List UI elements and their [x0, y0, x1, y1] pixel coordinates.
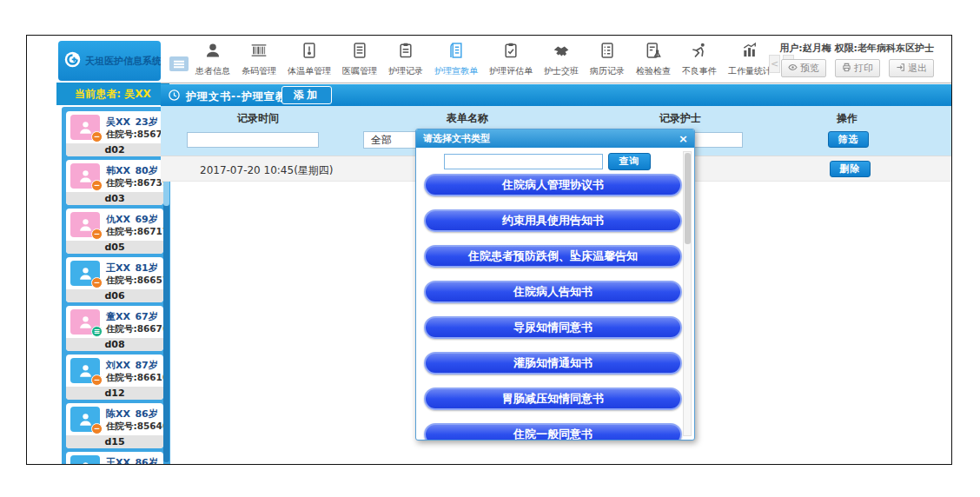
toolbar-item-label: 条码管理 — [242, 65, 276, 77]
header-button[interactable]: 预览 — [781, 59, 826, 77]
page-title: 护理文书--护理宣教 — [186, 89, 287, 104]
patient-admission-number: 住院号:866764 — [106, 323, 163, 335]
patient-admission-number: 住院号:867171 — [106, 226, 163, 238]
toolbar-item-label: 护理记录 — [388, 65, 423, 77]
patient-room: d03 — [66, 192, 163, 205]
clipboard-icon — [397, 42, 414, 63]
thermometer-doc-icon — [301, 42, 318, 63]
toolbar-item-label: 护理评估单 — [489, 65, 533, 77]
orders-doc-icon — [351, 42, 368, 63]
patient-name-age: 陈XX 86岁 — [106, 408, 158, 421]
toolbar-item-label: 护理宣教单 — [434, 65, 478, 77]
patient-admission-number: 住院号:856402 — [106, 421, 163, 433]
column-record-time: 记录时间 — [237, 111, 279, 126]
add-button[interactable]: 添加 — [281, 86, 332, 104]
toolbar-item-4[interactable]: 医嘱管理 — [341, 39, 379, 80]
header-button[interactable]: 打印 — [835, 59, 880, 77]
top-toolbar: 患者信息条码管理体温单管理医嘱管理护理记录护理宣教单护理评估单护士交班病历记录检… — [161, 36, 951, 83]
document-type-option-1[interactable]: 住院病人管理协议书 — [424, 174, 682, 196]
user-info: 用户:赵月梅 权限:老年病科东区护士 — [779, 42, 934, 55]
toolbar-item-label: 体温单管理 — [288, 65, 331, 77]
document-type-option-6[interactable]: 灌肠知情通知书 — [424, 352, 682, 374]
lab-test-icon — [645, 42, 662, 63]
app-title: 天坦医护信息系统 — [85, 55, 162, 68]
patient-card-5[interactable]: ≡童XX 67岁住院号:866764d08 — [66, 306, 163, 351]
select-document-type-dialog: 请选择文书类型 × 查询 住院病人管理协议书约束用具使用告知书住院患者预防跌倒、… — [415, 129, 695, 441]
record-time-filter-input[interactable] — [187, 132, 319, 148]
toolbar-item-5[interactable]: 护理记录 — [387, 39, 425, 80]
query-button[interactable]: 查询 — [608, 153, 651, 170]
patient-card-6[interactable]: −刘XX 87岁住院号:866101d12 — [66, 355, 163, 400]
filter-button[interactable]: 筛选 — [828, 131, 869, 148]
patient-card-7[interactable]: −陈XX 86岁住院号:856402d15 — [66, 403, 163, 448]
pager-prev-button[interactable]: < — [769, 55, 780, 73]
patient-card-2[interactable]: −韩XX 80岁住院号:867391d03 — [66, 160, 163, 205]
document-type-option-4[interactable]: 住院病人告知书 — [424, 281, 682, 303]
app-logo: 天坦医护信息系统 — [58, 41, 161, 81]
eye-icon — [788, 63, 798, 75]
header-button-label: 预览 — [800, 62, 819, 75]
patient-name-age: 吴XX 23岁 — [106, 116, 158, 129]
document-type-option-3[interactable]: 住院患者预防跌倒、坠床温馨告知 — [424, 245, 682, 268]
toolbar-item-9[interactable]: 病历记录 — [588, 39, 626, 80]
dialog-scrollbar-thumb[interactable] — [685, 153, 691, 244]
logo-icon — [64, 51, 81, 71]
toolbar-item-label: 工作量统计 — [728, 65, 771, 77]
patient-room: d05 — [66, 241, 163, 254]
document-type-option-5[interactable]: 导尿知情同意书 — [424, 316, 682, 339]
document-type-option-8[interactable]: 住院一般同意书 — [424, 423, 682, 441]
toolbar-item-3[interactable]: 体温单管理 — [286, 39, 333, 80]
column-record-nurse: 记录护士 — [659, 111, 701, 126]
minus-badge-icon: − — [91, 277, 103, 288]
close-icon[interactable]: × — [679, 131, 688, 146]
toolbar-item-1[interactable]: 患者信息 — [194, 39, 232, 80]
toolbar-item-12[interactable]: 工作量统计 — [726, 39, 773, 80]
toolbar-item-8[interactable]: 护士交班 — [542, 39, 580, 80]
toolbar-item-6[interactable]: 护理宣教单 — [433, 39, 480, 80]
minus-badge-icon: − — [91, 131, 103, 142]
assessment-icon — [502, 42, 520, 63]
toolbar-item-10[interactable]: 检验检查 — [634, 39, 672, 80]
history-icon — [168, 89, 181, 102]
statistics-icon — [741, 42, 758, 63]
user-area: 用户:赵月梅 权限:老年病科东区护士 预览打印退出 — [779, 42, 934, 77]
list-badge-icon: ≡ — [91, 326, 103, 337]
patient-card-1[interactable]: −吴XX 23岁住院号:856784d02 — [66, 111, 163, 156]
patient-admission-number: 住院号:867391 — [106, 177, 163, 189]
document-type-option-2[interactable]: 约束用具使用告知书 — [424, 209, 682, 232]
column-form-name: 表单名称 — [447, 111, 488, 126]
toolbar-item-label: 医嘱管理 — [342, 65, 377, 77]
patient-name-age: 韩XX 80岁 — [106, 164, 158, 177]
toolbar-item-11[interactable]: 不良事件 — [680, 39, 718, 80]
document-type-option-7[interactable]: 胃肠减压知情同意书 — [424, 388, 682, 410]
patient-room: d06 — [66, 289, 163, 302]
logout-icon — [896, 63, 905, 75]
patient-admission-number: 住院号:866576 — [106, 275, 163, 287]
page-title-bar: 护理文书--护理宣教 添加 — [161, 84, 951, 106]
toolbar-item-label: 不良事件 — [682, 65, 717, 77]
patient-name-age: 王XX 81岁 — [106, 262, 158, 275]
toolbar-item-label: 护士交班 — [544, 65, 579, 77]
patient-name-age: 刘XX 87岁 — [106, 359, 158, 372]
dialog-scrollbar[interactable] — [683, 151, 692, 436]
toolbar-item-7[interactable]: 护理评估单 — [487, 39, 534, 80]
minus-badge-icon: − — [91, 374, 103, 386]
app-window: 天坦医护信息系统 当前患者: 吴XX −吴XX 23岁住院号:856784d02… — [26, 35, 952, 465]
form-type-select-value: 全部 — [371, 134, 392, 146]
toolbar-item-label: 患者信息 — [195, 65, 230, 77]
patient-avatar — [70, 455, 100, 464]
patient-card-3[interactable]: −仇XX 69岁住院号:867171d05 — [66, 209, 163, 254]
toolbar-item-label: 检验检查 — [636, 65, 671, 77]
minus-badge-icon: − — [91, 229, 103, 240]
document-type-search-input[interactable] — [444, 154, 603, 169]
patient-card-8[interactable]: −王XX 86岁住院号:857265 — [66, 452, 163, 464]
header-button-label: 退出 — [908, 62, 927, 75]
header-button[interactable]: 退出 — [889, 59, 934, 77]
menu-icon[interactable] — [169, 56, 189, 71]
delete-button[interactable]: 删除 — [830, 161, 871, 177]
patient-admission-number: 住院号:866101 — [106, 372, 163, 384]
minus-badge-icon: − — [91, 423, 103, 434]
person-icon — [204, 42, 222, 63]
toolbar-item-2[interactable]: 条码管理 — [240, 39, 278, 80]
patient-card-4[interactable]: −王XX 81岁住院号:866576d06 — [66, 257, 163, 302]
